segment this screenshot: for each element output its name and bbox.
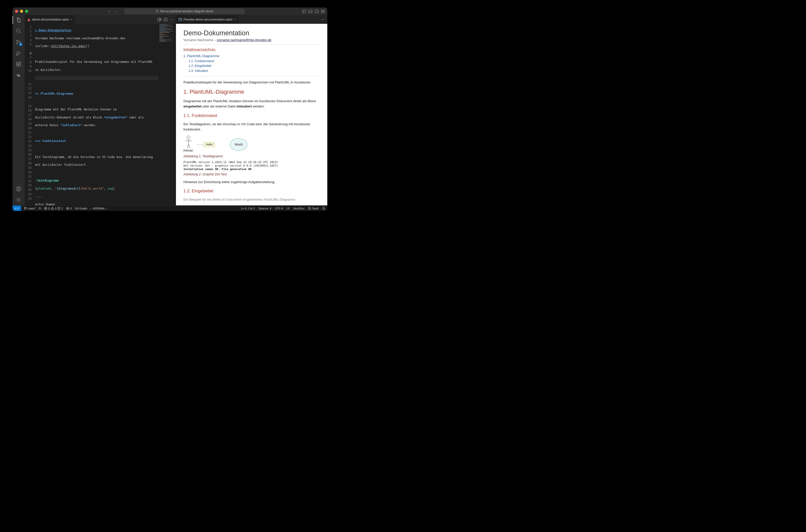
tabs-left-group: demo-documentation.adoc × ⋯ <box>24 15 176 24</box>
code-text: *inkludiert* <box>60 124 82 127</box>
open-preview-side-icon[interactable] <box>158 18 161 21</box>
preview-paragraph: Ein Testdiagramm, ob die Vorschau in VS … <box>183 122 320 132</box>
accounts-icon[interactable] <box>16 186 21 192</box>
more-actions-icon[interactable]: ⋯ <box>322 18 325 21</box>
code-text: /hello_world" <box>80 187 104 190</box>
titlebar-layout-controls <box>302 10 325 13</box>
split-editor-icon[interactable] <box>164 18 167 21</box>
code-text: include:: <box>35 44 51 48</box>
svg-point-8 <box>17 40 18 41</box>
status-indent[interactable]: Spaces: 4 <box>259 207 271 210</box>
search-icon <box>155 10 159 13</box>
editor-group: demo-documentation.adoc × ⋯ <box>24 15 327 205</box>
tab-editor-label: demo-documentation.adoc <box>32 18 69 21</box>
preview-file-icon <box>179 18 182 21</box>
status-sync[interactable]: ⟳ <box>39 207 41 210</box>
nav-forward-icon[interactable]: → <box>114 10 117 13</box>
svg-point-27 <box>24 207 25 208</box>
status-bar: main* ⟳ 0 0 1 0 Git Graph -- NORMAL -- L… <box>13 205 327 211</box>
line-number-gutter: 1234567891011121314151617181920212223242… <box>24 24 35 205</box>
status-problems[interactable]: 0 0 1 <box>44 207 63 210</box>
toc-link[interactable]: 1.3. Inkludiert <box>183 69 320 73</box>
vscode-window: ← → htw-se-practical-asciidoc-diagram-de… <box>13 7 327 211</box>
title-bar: ← → htw-se-practical-asciidoc-diagram-de… <box>13 7 327 15</box>
scm-badge: 2 <box>19 43 22 46</box>
code-area[interactable]: = Demo-Dokumentation Vorname Nachname <v… <box>35 24 176 205</box>
dot-line: Installation seems OK. File generation O… <box>183 168 320 171</box>
status-eol[interactable]: LF <box>287 207 290 210</box>
status-ports[interactable]: 0 <box>66 207 72 210</box>
svg-rect-5 <box>323 12 325 13</box>
preview-hint: Hinweise zur Einrichtung siehe zugehörig… <box>183 179 320 185</box>
toggle-secondary-sidebar-icon[interactable] <box>315 10 318 13</box>
code-text: , <box>104 187 108 190</box>
current-line <box>35 76 176 80</box>
actor-label: Human <box>183 149 193 152</box>
more-actions-icon[interactable]: ⋯ <box>170 18 173 21</box>
toggle-panel-icon[interactable] <box>309 10 312 13</box>
status-spell[interactable]: Spell <box>308 207 318 210</box>
code-text: Diagramme mit der PlantUML-Notation könn… <box>35 108 176 112</box>
code-text: = <box>35 28 39 32</box>
svg-point-10 <box>19 42 21 43</box>
branch-name: main* <box>28 207 36 210</box>
remote-indicator[interactable] <box>13 206 21 211</box>
preview-subsection-11: 1.1. Funktionstest <box>183 113 320 118</box>
author-mail-link[interactable]: vorname.nachname@htw-dresden.de <box>217 38 271 42</box>
window-close-button[interactable] <box>15 10 18 13</box>
tab-close-icon[interactable]: × <box>71 18 72 21</box>
search-icon[interactable] <box>16 28 21 34</box>
preview-pane: Demo-Dokumentation Vorname Nachname – vo… <box>176 24 327 205</box>
editor-tab-actions: ⋯ <box>158 15 176 24</box>
code-text: Demo-Dokumentation <box>39 28 71 32</box>
code-text: in Asciidoctor. <box>35 68 176 72</box>
tab-preview-close-icon[interactable]: × <box>234 18 236 21</box>
toc-link[interactable]: 1.2. Eingebettet <box>183 63 320 69</box>
warning-count: 0 <box>55 207 56 210</box>
code-text: Vorname Nachname <vorname.nachname@htw-d… <box>35 36 176 41</box>
status-encoding[interactable]: UTF-8 <box>275 207 283 210</box>
tab-preview[interactable]: Preview demo-documentation.adoc × <box>176 15 239 24</box>
svg-rect-13 <box>17 62 18 64</box>
status-ln-col[interactable]: Ln 6, Col 1 <box>241 207 255 210</box>
tabs-right-group: Preview demo-documentation.adoc × ⋯ <box>176 15 327 24</box>
minimap[interactable] <box>158 24 176 205</box>
nav-back-icon[interactable]: ← <box>108 10 111 13</box>
svg-line-1 <box>158 12 159 13</box>
docker-icon[interactable] <box>16 72 21 78</box>
command-center-text: htw-se-practical-asciidoc-diagram-demo <box>160 10 214 13</box>
code-text: , <box>51 187 55 190</box>
toggle-primary-sidebar-icon[interactable] <box>302 10 306 13</box>
preview-section-1: 1. PlantUML-Diagramme <box>183 89 320 95</box>
window-minimize-button[interactable] <box>20 10 23 13</box>
command-center[interactable]: htw-se-practical-asciidoc-diagram-demo <box>124 8 244 14</box>
svg-point-9 <box>17 43 18 44</box>
preview-content[interactable]: Demo-Dokumentation Vorname Nachname – vo… <box>176 24 327 205</box>
dot-line: Dot version: dot - graphviz version 9.0.… <box>183 164 320 168</box>
run-debug-icon[interactable] <box>16 50 21 56</box>
settings-gear-icon[interactable] <box>16 197 21 203</box>
status-notifications-icon[interactable] <box>322 207 325 210</box>
dot-line: PlantUML version 1.2023.11 (Wed Sep 13 1… <box>183 160 320 164</box>
code-text: PlantUML-Diagramme <box>41 92 73 95</box>
status-language[interactable]: AsciiDoc <box>293 207 305 210</box>
code-text: attributes.inc.adoc <box>51 44 86 48</box>
extensions-icon[interactable] <box>16 61 21 67</box>
preview-tab-actions: ⋯ <box>322 15 327 24</box>
code-text: svg <box>108 187 113 190</box>
code-text: ] <box>113 187 115 190</box>
status-git-graph[interactable]: Git Graph <box>75 207 87 210</box>
editor-pane[interactable]: 1234567891011121314151617181920212223242… <box>24 24 176 205</box>
explorer-icon[interactable] <box>16 17 21 23</box>
source-control-icon[interactable]: 2 <box>16 39 21 45</box>
code-text: .... <box>35 194 176 199</box>
toc-link[interactable]: 1.1. Funktionstest <box>183 59 320 64</box>
preview-paragraph-cut: Ein Beispiel für ein direkt im Dokument … <box>183 197 320 202</box>
window-maximize-button[interactable] <box>25 10 28 13</box>
customize-layout-icon[interactable] <box>321 10 325 13</box>
tab-editor[interactable]: demo-documentation.adoc × <box>24 15 75 24</box>
figure-caption-1: Abbildung 1. Testdiagramm <box>183 154 320 158</box>
svg-point-36 <box>59 208 59 208</box>
status-branch[interactable]: main* <box>24 207 36 210</box>
toc-link[interactable]: 1. PlantUML-Diagramme <box>183 54 320 59</box>
